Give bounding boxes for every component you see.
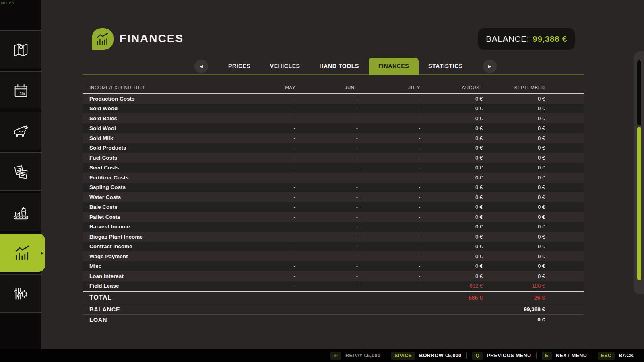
cell-value: - bbox=[233, 184, 295, 190]
sidebar-item-finances[interactable]: ▶ bbox=[0, 234, 45, 272]
cell-value: -612 € bbox=[420, 283, 483, 289]
tabs-prev-button[interactable]: ◀ bbox=[194, 60, 208, 73]
cell-value: - bbox=[358, 145, 420, 151]
cell-value: 0 € bbox=[483, 184, 545, 190]
cell-value: - bbox=[295, 145, 358, 151]
table-summary: TOTAL-585 €-26 €BALANCE99,388 €LOAN0 € bbox=[83, 292, 584, 325]
scrollbar-track[interactable] bbox=[634, 51, 644, 294]
sidebar-item-calendar[interactable]: 15 bbox=[0, 71, 41, 109]
cell-value: 0 € bbox=[483, 175, 545, 181]
cell-value: - bbox=[233, 105, 295, 111]
cell-value: - bbox=[295, 204, 358, 210]
column-header: AUGUST bbox=[420, 85, 483, 90]
table-row: Wage Payment---0 €0 € bbox=[83, 251, 584, 261]
table-row: Contract Income---0 €0 € bbox=[83, 242, 584, 252]
table-row: Sapling Costs---0 €0 € bbox=[83, 183, 584, 193]
cell-value: - bbox=[233, 165, 295, 171]
cell-value: 0 € bbox=[483, 224, 545, 230]
cell-value: 0 € bbox=[483, 263, 545, 269]
cell-value: 0 € bbox=[483, 145, 545, 151]
summary-value: -585 € bbox=[420, 294, 483, 301]
cell-value: - bbox=[358, 194, 420, 200]
cell-value: - bbox=[358, 135, 420, 141]
summary-value: 99,388 € bbox=[483, 306, 545, 312]
summary-label: BALANCE bbox=[83, 306, 233, 313]
keybind-label: NEXT MENU bbox=[556, 353, 587, 358]
sidebar-item-map[interactable] bbox=[0, 30, 41, 68]
cell-value: 0 € bbox=[420, 125, 483, 131]
keycap: E bbox=[542, 352, 552, 360]
cell-value: - bbox=[233, 115, 295, 121]
cell-value: - bbox=[295, 155, 358, 161]
map-icon bbox=[12, 40, 30, 59]
contracts-icon bbox=[12, 162, 30, 181]
row-label: Sold Bales bbox=[83, 115, 233, 121]
cell-value: - bbox=[358, 115, 420, 121]
cell-value: 0 € bbox=[420, 145, 483, 151]
cell-value: - bbox=[233, 125, 295, 131]
cell-value: 0 € bbox=[420, 263, 483, 269]
row-label: Sold Wood bbox=[83, 105, 233, 111]
sidebar-item-production[interactable] bbox=[0, 193, 41, 231]
tab-hand-tools[interactable]: HAND TOOLS bbox=[310, 58, 369, 75]
tab-bar: ◀ PRICES VEHICLES HAND TOOLS FINANCES ST… bbox=[194, 58, 497, 75]
cell-value: - bbox=[233, 253, 295, 259]
balance-label: BALANCE: bbox=[486, 34, 529, 44]
cell-value: - bbox=[233, 234, 295, 240]
keybind-borrow-5-000[interactable]: SPACEBORROW €5,000 bbox=[386, 352, 466, 360]
scrollbar-thumb[interactable] bbox=[637, 127, 641, 280]
balance-badge: BALANCE: 99,388 € bbox=[478, 28, 575, 50]
table-row: Sold Wood---0 €0 € bbox=[83, 104, 584, 114]
cell-value: - bbox=[295, 214, 358, 220]
row-label: Bale Costs bbox=[83, 204, 233, 210]
tabs-next-button[interactable]: ▶ bbox=[483, 60, 497, 73]
cell-value: - bbox=[358, 263, 420, 269]
settings-icon bbox=[12, 284, 30, 303]
scrollbar-upper-segment bbox=[637, 60, 641, 125]
table-header-row: INCOME/EXPENDITURE MAY JUNE JULY AUGUST … bbox=[83, 82, 584, 93]
cell-value: 0 € bbox=[483, 135, 545, 141]
table-row: Loan Interest---0 €0 € bbox=[83, 271, 584, 281]
cell-value: - bbox=[295, 224, 358, 230]
cell-value: - bbox=[358, 105, 420, 111]
balance-value: 99,388 € bbox=[533, 34, 567, 44]
sidebar-item-animals[interactable] bbox=[0, 112, 41, 150]
cell-value: - bbox=[358, 125, 420, 131]
row-label: Wage Payment bbox=[83, 253, 233, 259]
row-label: Harvest Income bbox=[83, 224, 233, 230]
table-row: Pallet Costs---0 €0 € bbox=[83, 212, 584, 222]
tab-statistics[interactable]: STATISTICS bbox=[419, 58, 473, 75]
cell-value: 0 € bbox=[420, 214, 483, 220]
sidebar-item-settings[interactable] bbox=[0, 274, 41, 313]
tab-prices[interactable]: PRICES bbox=[219, 58, 260, 75]
row-label: Production Costs bbox=[83, 96, 233, 102]
cell-value: - bbox=[295, 263, 358, 269]
cell-value: - bbox=[295, 184, 358, 190]
keycap: Q bbox=[472, 352, 483, 360]
cell-value: - bbox=[233, 243, 295, 249]
keybind-repay-5-000[interactable]: ⇤REPAY €5,000 bbox=[325, 352, 386, 360]
cell-value: - bbox=[295, 165, 358, 171]
cell-value: 0 € bbox=[420, 204, 483, 210]
table-row: Production Costs---0 €0 € bbox=[83, 94, 584, 104]
cell-value: - bbox=[295, 253, 358, 259]
keybind-back[interactable]: ESCBACK bbox=[592, 352, 639, 360]
cell-value: 0 € bbox=[420, 105, 483, 111]
finances-table: INCOME/EXPENDITURE MAY JUNE JULY AUGUST … bbox=[83, 82, 584, 325]
summary-label: TOTAL bbox=[83, 294, 233, 301]
keybind-previous-menu[interactable]: QPREVIOUS MENU bbox=[467, 352, 536, 360]
cell-value: 0 € bbox=[483, 125, 545, 131]
tab-vehicles[interactable]: VEHICLES bbox=[260, 58, 310, 75]
row-label: Misc bbox=[83, 263, 233, 269]
cell-value: 0 € bbox=[483, 165, 545, 171]
summary-value: 0 € bbox=[483, 317, 545, 323]
row-label: Sold Products bbox=[83, 145, 233, 151]
tab-finances[interactable]: FINANCES bbox=[369, 58, 419, 75]
cell-value: 0 € bbox=[420, 175, 483, 181]
summary-label: LOAN bbox=[83, 317, 233, 323]
table-row: Field Lease----612 €-188 € bbox=[83, 281, 584, 291]
cell-value: - bbox=[295, 234, 358, 240]
sidebar-item-contracts[interactable] bbox=[0, 152, 41, 191]
keybind-next-menu[interactable]: ENEXT MENU bbox=[537, 352, 592, 360]
table-row: Harvest Income---0 €0 € bbox=[83, 222, 584, 232]
